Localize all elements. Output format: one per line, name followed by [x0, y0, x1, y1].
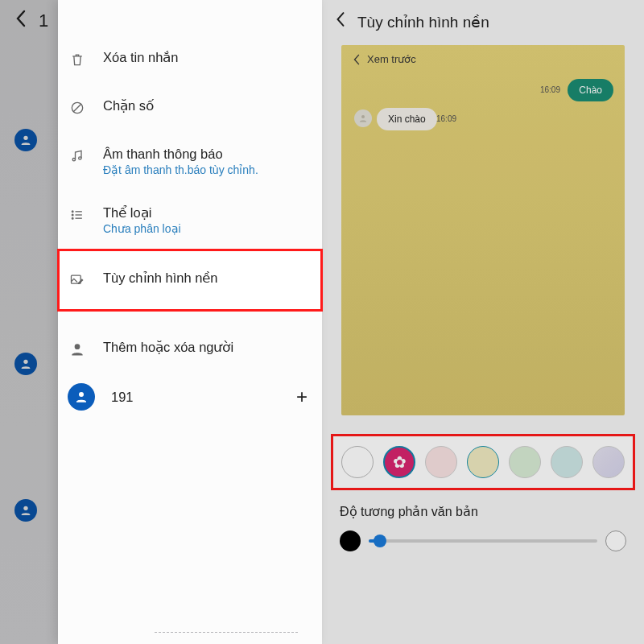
back-icon[interactable]: [335, 11, 346, 32]
menu-item-block[interactable]: Chặn số: [58, 84, 322, 132]
menu-label: Chặn số: [103, 98, 154, 114]
menu-item-category[interactable]: Thể loại Chưa phân loại: [58, 191, 322, 250]
contrast-section: Độ tương phản văn bản: [322, 488, 644, 551]
menu-label: Xóa tin nhắn: [103, 50, 178, 65]
menu-item-sound[interactable]: Âm thanh thông báo Đặt âm thanh th.báo t…: [58, 132, 322, 191]
context-menu-panel: Xóa tin nhắn Chặn số Âm thanh thông báo …: [58, 0, 322, 644]
menu-label: Thể loại: [103, 205, 181, 221]
person-icon: [68, 340, 87, 359]
incoming-time: 16:09: [436, 114, 456, 123]
incoming-avatar-icon: [354, 109, 372, 127]
menu-label: Âm thanh thông báo: [103, 147, 258, 162]
add-contact-button[interactable]: +: [296, 386, 308, 408]
flower-icon: ✿: [393, 454, 407, 470]
left-top-text: 1: [39, 10, 48, 31]
menu-sublabel: Đặt âm thanh th.báo tùy chỉnh.: [103, 163, 258, 176]
chevron-left-icon: [353, 54, 361, 65]
contact-avatar-icon: [14, 353, 37, 375]
preview-container: Xem trước 16:09 Chào Xin chào 16:09: [322, 40, 644, 415]
svg-point-8: [72, 217, 73, 219]
trash-icon: [68, 50, 87, 69]
svg-point-12: [361, 115, 365, 118]
image-edit-icon: [68, 270, 87, 290]
left-pane: 1 Xóa tin nhắn Chặn số: [0, 0, 322, 644]
chat-preview: Xem trước 16:09 Chào Xin chào 16:09: [341, 45, 625, 415]
menu-item-people[interactable]: Thêm hoặc xóa người: [58, 325, 322, 374]
menu-label: Thêm hoặc xóa người: [103, 340, 233, 355]
menu-sublabel: Chưa phân loại: [103, 222, 181, 235]
contact-avatar-icon: [14, 499, 37, 522]
svg-point-7: [72, 214, 73, 216]
contact-avatar-icon: [14, 129, 37, 151]
outgoing-time: 16:09: [540, 85, 560, 94]
page-title: Tùy chỉnh hình nền: [357, 13, 489, 31]
right-header: Tùy chỉnh hình nền: [322, 0, 644, 40]
contrast-label: Độ tương phản văn bản: [340, 504, 626, 519]
outgoing-message: Chào: [568, 79, 613, 101]
incoming-message: Xin chào: [377, 108, 437, 130]
right-pane: Tùy chỉnh hình nền Xem trước 16:09 Chào …: [322, 0, 644, 644]
contact-number: 191: [111, 390, 280, 405]
svg-point-10: [75, 344, 80, 349]
slider-end-white-icon: [605, 530, 626, 551]
menu-label: Tùy chỉnh hình nền: [103, 270, 218, 286]
svg-point-0: [23, 136, 27, 140]
swatch-green[interactable]: [509, 446, 541, 478]
slider-thumb[interactable]: [374, 535, 386, 547]
svg-point-5: [79, 157, 81, 159]
swatch-yellow[interactable]: [467, 446, 499, 478]
left-topbar: 1: [14, 10, 48, 32]
contact-avatar-icon: [68, 383, 95, 411]
swatch-purple[interactable]: [592, 446, 625, 478]
preview-header: Xem trước: [341, 45, 625, 70]
menu-item-delete[interactable]: Xóa tin nhắn: [58, 35, 322, 84]
svg-point-4: [72, 159, 75, 161]
preview-title: Xem trước: [367, 53, 416, 65]
swatch-teal[interactable]: [551, 446, 583, 478]
list-icon: [68, 205, 87, 225]
swatch-pink[interactable]: [425, 446, 457, 478]
swatch-white[interactable]: [341, 446, 374, 478]
contrast-slider[interactable]: [340, 530, 626, 551]
back-icon[interactable]: [14, 10, 27, 32]
svg-point-1: [23, 360, 27, 364]
music-note-icon: [68, 147, 87, 166]
color-swatch-row: ✿: [333, 436, 633, 488]
svg-point-2: [23, 506, 27, 510]
slider-end-black-icon: [340, 530, 361, 551]
menu-list: Xóa tin nhắn Chặn số Âm thanh thông báo …: [58, 0, 322, 420]
svg-point-11: [79, 392, 84, 397]
menu-item-background[interactable]: Tùy chỉnh hình nền: [58, 250, 322, 311]
contact-row[interactable]: 191 +: [58, 374, 322, 420]
svg-point-6: [72, 211, 73, 213]
slider-track[interactable]: [369, 539, 597, 543]
swatch-gallery[interactable]: ✿: [383, 446, 415, 478]
divider: [155, 632, 298, 633]
block-icon: [68, 98, 87, 118]
